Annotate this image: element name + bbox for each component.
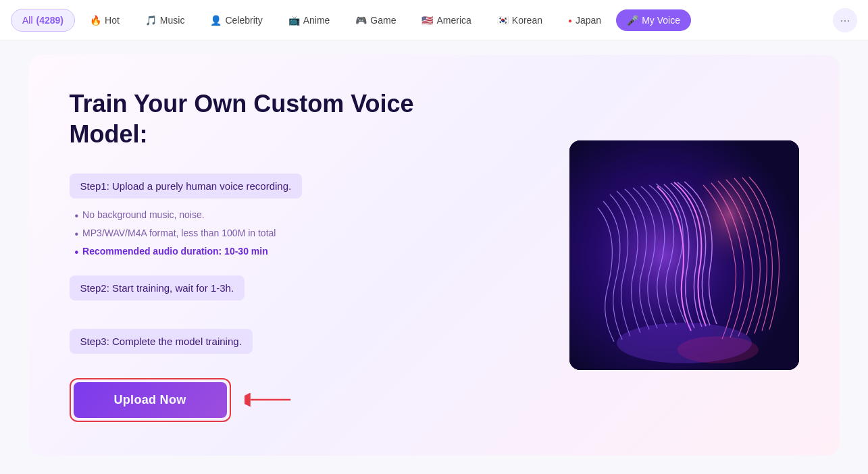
arrow-wrapper xyxy=(245,388,292,412)
tab-japan[interactable]: ● Japan xyxy=(557,9,612,31)
hot-icon: 🔥 xyxy=(90,15,101,26)
america-flag-icon: 🇺🇸 xyxy=(422,15,433,26)
tab-hot[interactable]: 🔥 Hot xyxy=(79,9,130,31)
celebrity-icon: 👤 xyxy=(210,15,222,26)
nav-bar: All(4289) 🔥 Hot 🎵 Music 👤 Celebrity 📺 An… xyxy=(0,0,868,41)
upload-button-wrapper: Upload Now xyxy=(70,378,292,422)
tab-anime[interactable]: 📺 Anime xyxy=(278,9,341,31)
training-card: Train Your Own Custom Voice Model: Step1… xyxy=(29,55,840,456)
bullet-no-bg: No background music, noise. xyxy=(75,209,461,222)
tab-all-label: All xyxy=(22,15,33,26)
japan-icon: ● xyxy=(568,17,572,24)
tab-america-label: America xyxy=(436,15,471,26)
music-icon: 🎵 xyxy=(145,15,157,26)
step2-badge: Step2: Start training, wait for 1-3h. xyxy=(70,275,245,300)
tab-all-count: (4289) xyxy=(36,15,63,26)
tab-america[interactable]: 🇺🇸 America xyxy=(411,9,482,31)
voice-visualization xyxy=(569,140,799,370)
tab-myvoice-label: My Voice xyxy=(642,15,680,26)
step1-bullets: No background music, noise. MP3/WAV/M4A … xyxy=(75,209,461,259)
tab-celebrity-label: Celebrity xyxy=(225,15,262,26)
svg-point-6 xyxy=(678,336,759,363)
game-icon: 🎮 xyxy=(355,15,367,26)
voice-visual-bg xyxy=(569,140,799,370)
tab-myvoice[interactable]: 🎤 My Voice xyxy=(616,9,691,31)
upload-btn-border: Upload Now xyxy=(70,378,231,422)
microphone-icon: 🎤 xyxy=(627,15,638,26)
card-left: Train Your Own Custom Voice Model: Step1… xyxy=(70,88,461,422)
bullet-duration: Recommended audio duration: 10-30 min xyxy=(75,246,461,259)
korean-flag-icon: 🇰🇷 xyxy=(497,15,509,26)
tab-music-label: Music xyxy=(160,15,185,26)
tab-celebrity[interactable]: 👤 Celebrity xyxy=(199,9,273,31)
step1-badge: Step1: Upload a purely human voice recor… xyxy=(70,174,303,199)
main-content: Train Your Own Custom Voice Model: Step1… xyxy=(0,41,868,471)
tab-game[interactable]: 🎮 Game xyxy=(344,9,407,31)
tab-anime-label: Anime xyxy=(303,15,330,26)
arrow-icon xyxy=(245,388,292,412)
upload-now-button[interactable]: Upload Now xyxy=(74,382,227,418)
bullet-format: MP3/WAV/M4A format, less than 100M in to… xyxy=(75,228,461,240)
tab-music[interactable]: 🎵 Music xyxy=(134,9,196,31)
step3-badge: Step3: Complete the model training. xyxy=(70,329,253,354)
tab-japan-label: Japan xyxy=(576,15,601,26)
tab-hot-label: Hot xyxy=(105,15,120,26)
tab-game-label: Game xyxy=(370,15,396,26)
card-title: Train Your Own Custom Voice Model: xyxy=(70,88,461,149)
tab-korean-label: Korean xyxy=(512,15,542,26)
more-button[interactable]: ··· xyxy=(833,8,857,32)
anime-icon: 📺 xyxy=(288,15,300,26)
more-dots-icon: ··· xyxy=(840,14,850,28)
wave-svg xyxy=(569,140,799,370)
tab-korean[interactable]: 🇰🇷 Korean xyxy=(486,9,553,31)
tab-all[interactable]: All(4289) xyxy=(11,9,75,32)
